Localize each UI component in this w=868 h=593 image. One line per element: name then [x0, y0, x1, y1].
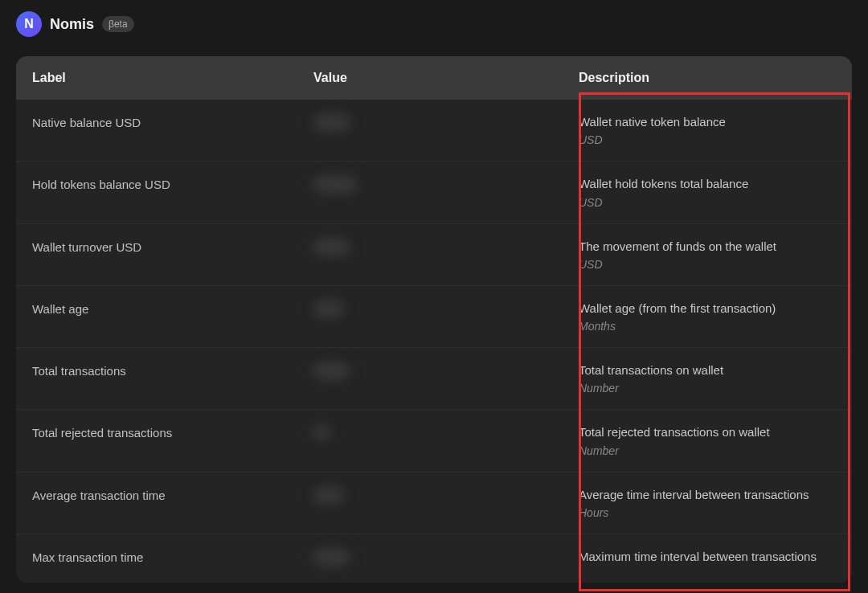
row-label: Wallet age — [32, 301, 313, 316]
row-description: Wallet age (from the first transaction) … — [579, 301, 836, 333]
table-row: Max transaction time 0000 Maximum time i… — [16, 534, 852, 583]
table-row: Total rejected transactions 0 Total reje… — [16, 410, 852, 472]
desc-unit: Hours — [579, 506, 836, 519]
row-label: Hold tokens balance USD — [32, 176, 313, 191]
desc-text: Total transactions on wallet — [579, 362, 836, 378]
blurred-value: 0000 — [313, 114, 350, 131]
desc-text: The movement of funds on the wallet — [579, 239, 836, 255]
column-header-label: Label — [32, 71, 313, 85]
table-row: Average transaction time 000 Average tim… — [16, 472, 852, 534]
desc-unit: Months — [579, 320, 836, 333]
blurred-value: 0000 — [313, 362, 350, 379]
desc-unit: USD — [579, 196, 836, 209]
row-description: Wallet hold tokens total balance USD — [579, 176, 836, 208]
desc-text: Average time interval between transactio… — [579, 487, 836, 503]
desc-text: Maximum time interval between transactio… — [579, 549, 836, 565]
column-header-value: Value — [313, 71, 579, 85]
row-description: Total transactions on wallet Number — [579, 362, 836, 395]
desc-unit: USD — [579, 258, 836, 271]
row-description: Total rejected transactions on wallet Nu… — [579, 424, 836, 456]
table-header-row: Label Value Description — [16, 56, 852, 100]
row-description: Maximum time interval between transactio… — [579, 549, 836, 568]
logo-letter: N — [24, 17, 34, 31]
row-value: 00000 — [313, 176, 579, 193]
blurred-value: 0 — [313, 424, 330, 441]
row-value: 000 — [313, 301, 579, 317]
row-value: 0000 — [313, 114, 579, 131]
stats-table: Label Value Description Native balance U… — [16, 56, 852, 583]
blurred-value: 00000 — [313, 176, 357, 193]
row-value: 0000 — [313, 239, 579, 256]
row-label: Total transactions — [32, 362, 313, 378]
desc-text: Wallet age (from the first transaction) — [579, 301, 836, 317]
table-row: Native balance USD 0000 Wallet native to… — [16, 100, 852, 162]
blurred-value: 000 — [313, 301, 343, 317]
row-value: 000 — [313, 487, 579, 504]
row-value: 0000 — [313, 362, 579, 379]
app-header: N Nomis βeta — [0, 0, 868, 48]
table-row: Wallet turnover USD 0000 The movement of… — [16, 224, 852, 286]
column-header-description: Description — [579, 71, 836, 85]
desc-unit: Number — [579, 444, 836, 457]
row-value: 0000 — [313, 549, 579, 566]
row-description: Average time interval between transactio… — [579, 487, 836, 519]
row-label: Native balance USD — [32, 114, 313, 129]
row-label: Total rejected transactions — [32, 424, 313, 440]
desc-text: Total rejected transactions on wallet — [579, 424, 836, 440]
row-label: Wallet turnover USD — [32, 239, 313, 254]
desc-unit: Number — [579, 382, 836, 395]
table-row: Total transactions 0000 Total transactio… — [16, 348, 852, 410]
blurred-value: 0000 — [313, 549, 350, 566]
row-description: Wallet native token balance USD — [579, 114, 836, 146]
desc-text: Wallet native token balance — [579, 114, 836, 130]
beta-badge: βeta — [102, 16, 134, 32]
blurred-value: 000 — [313, 487, 343, 504]
nomis-logo-icon: N — [16, 11, 42, 37]
desc-unit: USD — [579, 133, 836, 146]
table-row: Hold tokens balance USD 00000 Wallet hol… — [16, 162, 852, 223]
desc-text: Wallet hold tokens total balance — [579, 176, 836, 192]
row-label: Average transaction time — [32, 487, 313, 502]
table-row: Wallet age 000 Wallet age (from the firs… — [16, 286, 852, 348]
row-value: 0 — [313, 424, 579, 441]
row-label: Max transaction time — [32, 549, 313, 564]
brand-name: Nomis — [50, 16, 94, 33]
blurred-value: 0000 — [313, 239, 350, 256]
row-description: The movement of funds on the wallet USD — [579, 239, 836, 271]
